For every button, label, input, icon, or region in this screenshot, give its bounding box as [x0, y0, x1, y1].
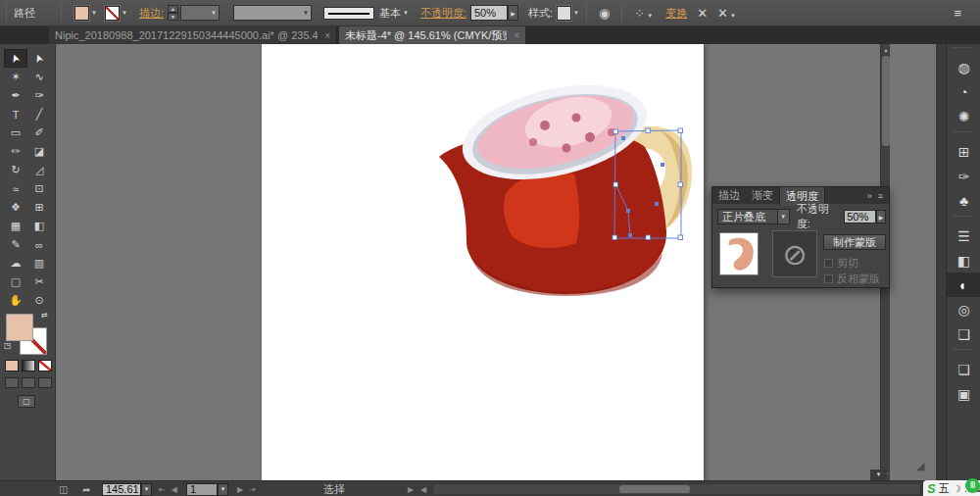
- fill-color-indicator[interactable]: [6, 314, 33, 341]
- draw-behind-button[interactable]: [22, 377, 35, 388]
- sogou-input-icon[interactable]: S: [927, 481, 936, 496]
- prev-artboard-icon[interactable]: ◀: [172, 485, 177, 494]
- color-button[interactable]: [5, 360, 19, 372]
- rotate-tool[interactable]: ↻: [4, 161, 27, 179]
- none-button[interactable]: [38, 360, 52, 372]
- eraser-tool[interactable]: ◪: [27, 142, 51, 161]
- stroke-weight-dropdown[interactable]: ▼: [180, 5, 220, 21]
- layers-panel-icon[interactable]: ❏: [947, 357, 980, 381]
- fill-color-swatch[interactable]: [74, 6, 89, 21]
- document-tab-active[interactable]: 未标题-4* @ 145.61% (CMYK/预览) ×: [339, 26, 525, 44]
- shape-builder-tool[interactable]: ❖: [4, 198, 27, 217]
- wubi-mode-label[interactable]: 五: [939, 481, 950, 496]
- taskbar-notch[interactable]: ▼: [870, 470, 887, 480]
- last-artboard-icon[interactable]: ⇥: [249, 485, 256, 494]
- pen-tool[interactable]: ✒: [4, 86, 27, 105]
- clip-option[interactable]: 剪切: [824, 256, 858, 271]
- artboard-tool[interactable]: ▢: [4, 273, 27, 291]
- shape-options-icon[interactable]: ✕▼: [717, 6, 736, 21]
- panel-menu-icon[interactable]: ≡: [878, 191, 883, 201]
- blend-mode-dropdown[interactable]: 正片叠底 ▼: [717, 209, 790, 224]
- magic-wand-tool[interactable]: ✶: [4, 68, 27, 86]
- artboard-dropdown-icon[interactable]: ▼: [218, 483, 228, 496]
- transform-link[interactable]: 变换: [665, 6, 687, 21]
- pitcher-artwork[interactable]: [421, 76, 715, 307]
- screen-mode-button[interactable]: ▢: [18, 395, 35, 408]
- mask-thumbnail[interactable]: ⊘: [772, 230, 817, 277]
- next-artboard-icon[interactable]: ▶: [237, 485, 243, 494]
- brush-definition-preview[interactable]: [323, 7, 374, 20]
- gradient-button[interactable]: [22, 360, 35, 372]
- stroke-panel-icon[interactable]: ☰: [947, 223, 980, 248]
- stroke-link[interactable]: 描边:: [139, 6, 164, 21]
- hand-tool[interactable]: ✋: [4, 291, 27, 310]
- make-mask-button[interactable]: 制作蒙版: [823, 234, 886, 250]
- swap-fill-stroke-icon[interactable]: ⇄: [41, 311, 48, 320]
- fullhalf-moon-icon[interactable]: ☽: [953, 483, 961, 494]
- perspective-grid-tool[interactable]: ⊞: [27, 198, 51, 217]
- width-profile-dropdown[interactable]: ▼: [233, 5, 312, 21]
- direct-selection-tool[interactable]: ➤: [27, 49, 51, 68]
- panel-expand-icon[interactable]: »: [867, 191, 872, 201]
- selection-tool[interactable]: ➤: [4, 49, 27, 68]
- artboard-nav-icon[interactable]: ◫: [59, 484, 68, 495]
- artboard-number-input[interactable]: 1: [186, 483, 218, 496]
- pencil-tool[interactable]: ✏: [4, 142, 27, 161]
- align-options-icon[interactable]: ⁘▼: [634, 6, 653, 21]
- symbols-panel-icon[interactable]: ♣: [947, 188, 980, 213]
- recolor-artwork-icon[interactable]: ◉: [599, 6, 610, 21]
- stroke-color-swatch[interactable]: [105, 6, 120, 21]
- paintbrush-tool[interactable]: ✐: [27, 124, 51, 142]
- publish-icon[interactable]: ➦: [82, 484, 90, 495]
- stroke-dropdown-icon[interactable]: ▼: [122, 10, 127, 16]
- color-guide-panel-icon[interactable]: ◔: [947, 79, 980, 104]
- hscroll-left-icon[interactable]: ◀: [420, 485, 426, 494]
- zoom-level-input[interactable]: 145.61: [102, 483, 141, 496]
- horizontal-scrollbar[interactable]: [432, 483, 921, 495]
- transparency-panel-icon[interactable]: ◐: [947, 273, 980, 297]
- fill-dropdown-icon[interactable]: ▼: [91, 10, 97, 16]
- brushes-panel-icon[interactable]: ✑: [947, 164, 980, 188]
- zoom-dropdown-icon[interactable]: ▼: [141, 483, 152, 496]
- tray-app-icon[interactable]: Ⅲ: [965, 478, 980, 493]
- color-panel-icon[interactable]: ◍: [947, 55, 980, 79]
- stepper-up-icon[interactable]: ▲: [168, 5, 178, 13]
- slice-tool[interactable]: ✂: [27, 273, 51, 291]
- symbol-sprayer-tool[interactable]: ☁: [4, 254, 27, 273]
- object-thumbnail[interactable]: [719, 232, 759, 275]
- opacity-link[interactable]: 不透明度:: [420, 6, 466, 21]
- vertical-scroll-thumb[interactable]: [882, 56, 890, 146]
- invert-mask-checkbox[interactable]: [824, 274, 833, 283]
- opacity-spinner[interactable]: ▶: [508, 5, 518, 21]
- appearance-panel-icon[interactable]: ◎: [947, 297, 980, 322]
- panel-opacity-input[interactable]: 50%: [844, 210, 876, 223]
- swatches-panel-icon[interactable]: ⊞: [947, 139, 980, 164]
- add-anchor-point-tool[interactable]: ✑: [27, 86, 51, 105]
- isolate-object-icon[interactable]: ✕: [697, 6, 708, 21]
- gradient-panel-icon[interactable]: ◧: [947, 248, 980, 273]
- tab-close-icon[interactable]: ×: [324, 30, 330, 41]
- panel-menu-icon[interactable]: ≡: [954, 6, 961, 21]
- tab-close-icon[interactable]: ×: [514, 30, 519, 41]
- rectangle-tool[interactable]: ▭: [4, 124, 27, 142]
- brush-dropdown-icon[interactable]: ▼: [403, 10, 409, 16]
- tab-gradient[interactable]: 渐变: [746, 186, 779, 205]
- style-swatch[interactable]: [557, 6, 571, 21]
- graphic-styles-panel-icon[interactable]: ❑: [947, 322, 980, 346]
- lasso-tool[interactable]: ∿: [27, 68, 51, 86]
- draw-normal-button[interactable]: [5, 377, 19, 388]
- stepper-down-icon[interactable]: ▼: [168, 13, 178, 21]
- line-segment-tool[interactable]: ╱: [27, 105, 51, 124]
- horizontal-scroll-thumb[interactable]: [619, 485, 690, 493]
- free-transform-tool[interactable]: ⊡: [27, 179, 51, 198]
- first-artboard-icon[interactable]: ⇤: [159, 485, 166, 494]
- blend-tool[interactable]: ∞: [27, 235, 51, 254]
- document-tab[interactable]: Nipic_20180988_20171229150344445000.ai* …: [49, 26, 337, 44]
- gradient-tool[interactable]: ◧: [27, 217, 51, 235]
- status-expand-icon[interactable]: ▶: [408, 485, 414, 494]
- panel-opacity-spinner[interactable]: ▶: [876, 210, 886, 223]
- zoom-tool[interactable]: ⊙: [27, 291, 51, 310]
- scale-tool[interactable]: ◿: [27, 161, 51, 179]
- style-dropdown-icon[interactable]: ▼: [573, 10, 579, 16]
- mesh-tool[interactable]: ▦: [4, 217, 27, 235]
